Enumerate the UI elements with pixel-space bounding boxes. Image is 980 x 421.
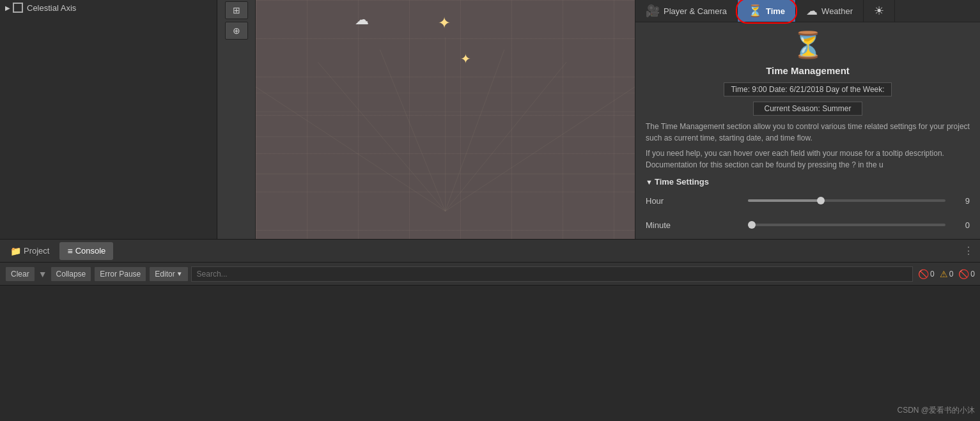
editor-dropdown-arrow-icon: ▼ — [176, 270, 183, 277]
minute-slider-thumb[interactable] — [748, 221, 756, 229]
hourglass-panel-icon: ⏳ — [792, 30, 824, 60]
tab-project-label: Project — [24, 246, 49, 256]
panel-content: ⏳ Time Management Time: 9:00 Date: 6/21/… — [635, 22, 980, 239]
svg-line-0 — [256, 87, 446, 211]
panel-title: Time Management — [646, 65, 970, 76]
bottom-tabs: 📁 Project ≡ Console ⋮ — [0, 240, 980, 263]
warning-badge: ⚠ 0 — [940, 269, 954, 279]
season-row: Current Season: Summer — [646, 99, 970, 118]
tab-console-label: Console — [75, 246, 106, 256]
hour-slider-thumb[interactable] — [817, 197, 825, 204]
warning-count: 0 — [949, 270, 954, 279]
time-info-row: Time: 9:00 Date: 6/21/2018 Day of the We… — [646, 82, 970, 96]
toolbar-rotate-btn[interactable]: ⊕ — [225, 22, 248, 40]
sun-viewport-icon-1: ✦ — [438, 14, 451, 32]
svg-line-4 — [446, 50, 504, 211]
console-content — [0, 286, 980, 421]
cube-icon — [13, 3, 23, 13]
tab-project[interactable]: 📁 Project — [3, 242, 57, 260]
sun-viewport-icon-2: ✦ — [460, 51, 471, 66]
console-icon: ≡ — [67, 246, 72, 256]
toolbar-transform-btn[interactable]: ⊞ — [225, 1, 248, 19]
error-badge: 🚫 0 — [918, 269, 935, 279]
project-icon: 📁 — [10, 246, 21, 256]
tab-bar: 🎥 Player & Camera ⏳ Time ☁ Weather ☀ — [635, 0, 980, 22]
editor-label: Editor — [155, 270, 175, 279]
time-icon: ⏳ — [748, 4, 762, 18]
svg-line-6 — [446, 87, 635, 211]
sun-tab-icon: ☀ — [874, 4, 884, 18]
scene-viewport: ☁ ✦ ✦ — [256, 0, 635, 239]
hour-control: 9 — [748, 196, 970, 206]
minute-value: 0 — [951, 220, 970, 230]
tab-player-camera[interactable]: 🎥 Player & Camera — [635, 0, 738, 22]
tab-player-camera-label: Player & Camera — [664, 6, 727, 16]
panel-icon-area: ⏳ — [646, 30, 970, 60]
more-options-button[interactable]: ⋮ — [960, 243, 977, 258]
bottom-toolbar: Clear ▼ Collapse Error Pause Editor ▼ 🚫 … — [0, 263, 980, 286]
hour-slider-track[interactable] — [748, 199, 945, 202]
error-pause-button[interactable]: Error Pause — [94, 266, 146, 282]
time-date-info: Time: 9:00 Date: 6/21/2018 Day of the We… — [724, 82, 891, 96]
celestial-axis-label: Celestial Axis — [27, 3, 76, 13]
error-count: 0 — [930, 270, 935, 279]
clear-dropdown-arrow-icon[interactable]: ▼ — [38, 269, 47, 279]
watermark: CSDN @爱看书的小沐 — [897, 405, 975, 416]
clear-button[interactable]: Clear — [5, 266, 35, 282]
minute-control: 0 — [748, 220, 970, 230]
season-info: Current Season: Summer — [753, 102, 862, 116]
left-panel: ▶ Celestial Axis — [0, 0, 217, 239]
hour-label: Hour — [646, 196, 748, 206]
svg-line-2 — [380, 50, 445, 211]
warning-icon: ⚠ — [940, 269, 948, 279]
minute-label: Minute — [646, 220, 748, 230]
collapse-button[interactable]: Collapse — [51, 266, 92, 282]
error-icon: 🚫 — [918, 269, 929, 279]
time-settings-header: Time Settings — [646, 177, 970, 187]
right-panel: 🎥 Player & Camera ⏳ Time ☁ Weather ☀ ⏳ T… — [635, 0, 980, 239]
desc-text-2: If you need help, you can hover over eac… — [646, 148, 970, 171]
hour-row: Hour 9 — [646, 192, 970, 210]
hour-slider-fill — [748, 199, 821, 202]
minute-row: Minute 0 — [646, 216, 970, 234]
expand-arrow-icon: ▶ — [5, 4, 10, 11]
tab-weather[interactable]: ☁ Weather — [796, 0, 864, 22]
info-badge: 🚫 0 — [958, 269, 975, 279]
tab-sun[interactable]: ☀ — [864, 0, 895, 22]
tab-console[interactable]: ≡ Console — [59, 242, 113, 260]
tab-time[interactable]: ⏳ Time — [738, 0, 796, 22]
viewport-toolbar: ⊞ ⊕ — [217, 0, 256, 239]
tab-time-label: Time — [766, 6, 785, 16]
player-camera-icon: 🎥 — [646, 4, 660, 18]
editor-button[interactable]: Editor ▼ — [149, 266, 188, 282]
console-search-input[interactable] — [191, 266, 913, 282]
info-count: 0 — [970, 270, 975, 279]
hierarchy-item-celestial-axis[interactable]: ▶ Celestial Axis — [0, 0, 217, 15]
bottom-panel: 📁 Project ≡ Console ⋮ Clear ▼ Collapse E… — [0, 239, 980, 421]
hour-value: 9 — [951, 196, 970, 206]
weather-icon: ☁ — [806, 4, 818, 18]
tab-weather-label: Weather — [821, 6, 853, 16]
desc-text-1: The Time Management section allow you to… — [646, 121, 970, 144]
info-icon: 🚫 — [958, 269, 969, 279]
cloud-viewport-icon: ☁ — [355, 11, 369, 28]
minute-slider-track[interactable] — [748, 224, 945, 226]
